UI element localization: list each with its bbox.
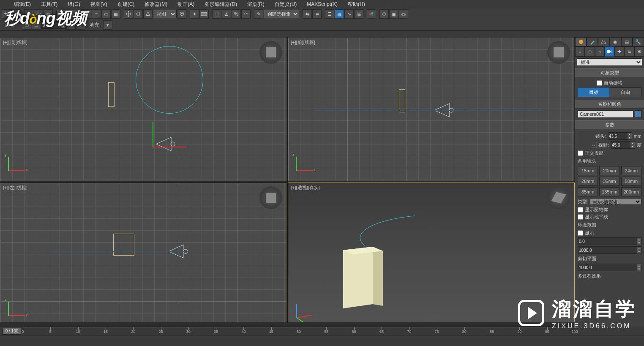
select-manip-button[interactable]: ✦ — [190, 9, 199, 19]
menu-modifier[interactable]: 修改器(M) — [140, 0, 172, 9]
menu-group[interactable]: 组(G) — [63, 0, 85, 9]
lens-preset-button[interactable]: 24mm — [621, 166, 641, 175]
object-type-rollout-header[interactable]: 对象类型 — [575, 68, 644, 77]
select-region-button[interactable]: ▭ — [101, 9, 111, 19]
viewport-front-label[interactable]: [+][前][线框] — [291, 39, 315, 46]
lights-subtab[interactable]: ☼ — [595, 46, 605, 57]
shapes-subtab[interactable]: ◇ — [585, 46, 595, 57]
ref-coord-dropdown[interactable]: 视图 — [153, 10, 177, 18]
lens-preset-button[interactable]: 28mm — [578, 177, 598, 186]
far-range-spinner[interactable]: ▲▼ — [578, 246, 641, 254]
menu-create[interactable]: 创建(C) — [113, 0, 139, 9]
geometry-subtab[interactable]: ○ — [575, 46, 585, 57]
render-button[interactable] — [399, 9, 408, 19]
viewport-perspective[interactable]: [+][透视][真实] — [288, 183, 575, 327]
env-show-checkbox[interactable]: 显示 — [578, 230, 641, 236]
time-slider[interactable]: 0 / 100 05101520253035404550556065707580… — [0, 327, 575, 335]
viewcube-icon[interactable] — [259, 186, 282, 209]
viewcube-icon[interactable] — [547, 186, 570, 209]
align-button[interactable]: ≑ — [312, 9, 322, 19]
snap-toggle-button[interactable]: ⬚ — [212, 9, 221, 19]
camera-type-dropdown[interactable]: 目标摄影机 — [590, 198, 641, 205]
show-horizon-checkbox[interactable]: 显示地平线 — [578, 214, 641, 220]
lens-preset-button[interactable]: 200mm — [621, 187, 641, 196]
target-camera-button[interactable]: 目标 — [578, 87, 610, 97]
lens-preset-button[interactable]: 85mm — [578, 187, 598, 196]
ribbon-tool-4[interactable]: ⋮ — [76, 20, 85, 30]
redo-button[interactable] — [11, 9, 21, 19]
undo-button[interactable] — [2, 9, 11, 19]
keyboard-shortcut-button[interactable]: ⌨ — [199, 9, 209, 19]
link-button[interactable] — [24, 9, 33, 19]
viewport-left-label[interactable]: [+][左][线框] — [3, 185, 27, 191]
move-button[interactable] — [124, 9, 133, 19]
scale-button[interactable] — [143, 9, 153, 19]
viewcube-icon[interactable] — [259, 41, 282, 64]
free-camera-button[interactable]: 自由 — [610, 87, 642, 97]
menu-edit[interactable]: 编辑(E) — [9, 0, 35, 9]
curve-editor-button[interactable]: ∿ — [344, 9, 354, 19]
lens-preset-button[interactable]: 135mm — [599, 187, 619, 196]
select-button[interactable] — [82, 9, 91, 19]
menu-maxscript[interactable]: MAXScript(X) — [302, 0, 342, 8]
helpers-subtab[interactable]: ✚ — [614, 46, 624, 57]
pivot-button[interactable]: ⦿ — [177, 9, 186, 19]
lens-preset-button[interactable]: 50mm — [621, 177, 641, 186]
fov-direction-button[interactable]: ↔ — [591, 142, 597, 148]
ribbon-tool-2[interactable]: ☐ — [32, 20, 41, 30]
lens-preset-button[interactable]: 35mm — [599, 177, 619, 186]
menu-tools[interactable]: 工具(T) — [36, 0, 62, 9]
ribbon-tool-1[interactable]: ▭ — [22, 20, 31, 30]
unlink-button[interactable] — [34, 9, 43, 19]
name-color-rollout-header[interactable]: 名称和颜色 — [575, 100, 644, 109]
display-tab[interactable]: ▤ — [621, 37, 633, 46]
menu-anim[interactable]: 动画(A) — [173, 0, 199, 9]
viewport-top-label[interactable]: [+][顶][线框] — [3, 39, 27, 46]
time-slider-handle[interactable]: 0 / 100 — [3, 328, 21, 335]
object-name-input[interactable] — [578, 110, 633, 118]
render-setup-button[interactable]: ⚙ — [379, 9, 389, 19]
parameters-rollout-header[interactable]: 参数 — [575, 120, 644, 129]
rotate-button[interactable] — [134, 9, 143, 19]
lens-preset-button[interactable]: 15mm — [578, 166, 598, 175]
menu-help[interactable]: 帮助(H) — [343, 0, 370, 9]
auto-grid-checkbox[interactable]: 自动栅格 — [578, 80, 641, 86]
object-color-swatch[interactable] — [635, 110, 641, 118]
hierarchy-tab[interactable]: 品 — [598, 37, 609, 46]
named-selection-edit-button[interactable]: ✎ — [254, 9, 263, 19]
mirror-button[interactable]: ⇋ — [303, 9, 312, 19]
menu-render[interactable]: 渲染(R) — [243, 0, 269, 9]
menu-custom[interactable]: 自定义(U) — [270, 0, 302, 9]
material-editor-button[interactable] — [367, 9, 376, 19]
layer-manager-button[interactable]: ☰ — [325, 9, 334, 19]
fov-spinner[interactable]: ▲▼ — [611, 141, 635, 149]
viewport-perspective-label[interactable]: [+][透视][真实] — [291, 185, 320, 191]
create-tab[interactable] — [575, 37, 587, 46]
systems-subtab[interactable]: ✱ — [634, 46, 644, 57]
bind-button[interactable]: ⧉ — [44, 9, 53, 19]
near-range-spinner[interactable]: ▲▼ — [578, 237, 641, 245]
viewport-left[interactable]: [+][左][线框] yz — [0, 183, 287, 327]
motion-tab[interactable]: ◉ — [610, 37, 621, 46]
spacewarps-subtab[interactable]: ≋ — [624, 46, 634, 57]
selection-filter-dropdown[interactable]: 全部 — [56, 10, 82, 18]
ribbon-tool-3[interactable]: ⋮ — [66, 20, 76, 30]
percent-snap-button[interactable]: % — [232, 9, 241, 19]
viewport-top[interactable]: [+][顶][线框] xy — [0, 37, 287, 182]
angle-snap-button[interactable]: ∡ — [222, 9, 231, 19]
viewport-front[interactable]: [+][前][线框] xz — [288, 37, 575, 182]
viewcube-icon[interactable] — [547, 41, 570, 64]
menu-graph[interactable]: 图形编辑器(D) — [200, 0, 242, 9]
spinner-snap-button[interactable]: ⟳ — [241, 9, 251, 19]
window-crossing-button[interactable]: ▦ — [111, 9, 120, 19]
modify-tab[interactable] — [587, 37, 598, 46]
lens-spinner[interactable]: ▲▼ — [608, 132, 632, 140]
ribbon-dropdown-icon[interactable]: ▾ — [103, 20, 112, 30]
viewport-hscrollbar[interactable] — [0, 322, 575, 327]
show-cone-checkbox[interactable]: 显示圆锥体 — [578, 207, 641, 213]
polygon-modeling-tab[interactable]: 建模 — [2, 22, 19, 29]
camera-category-dropdown[interactable]: 标准 — [577, 58, 642, 66]
graphite-toggle-button[interactable]: ▦ — [335, 9, 344, 19]
named-selection-dropdown[interactable]: 创建选择集 — [264, 10, 299, 18]
ribbon-spinner[interactable]: ▲▼ — [41, 21, 66, 29]
